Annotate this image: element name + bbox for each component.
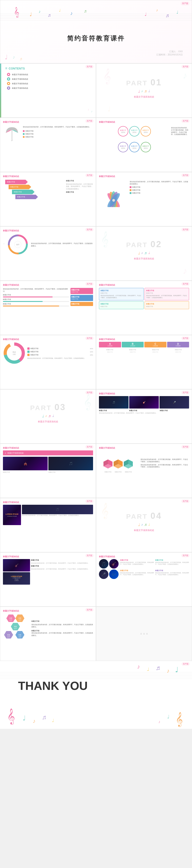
slide-circles: 美严圆 标题文字须加此处 标题文字 须添加 标题文字 须添加 标题文字 [96,118,192,172]
svg-text:数据: 数据 [13,351,16,353]
concerts-photo-1: 🎸 [3,559,30,571]
svg-text:须添加: 须添加 [144,132,148,133]
circle-img-2: 🎸 [109,559,119,568]
logo-22: 美严圆 [85,608,93,612]
logo-16: 美严圆 [85,445,93,448]
svg-text:须添加: 须添加 [132,148,137,149]
banner-photo-1: 🎪 [3,457,48,470]
slide6-title: 标题文字须加此处 [3,175,93,178]
svg-text:文字: 文字 [14,628,17,629]
thanks-bottom-note-4: ♩ [52,718,54,723]
slide-concert-grid: 美严圆 标题文字须加此处 🎵 🎸 🎤 标题文字须 标题文字须 标题文字须 请在此 [96,389,192,444]
logo-18: 美严圆 [85,499,93,503]
svg-text:文字: 文字 [7,636,10,638]
svg-text:分析: 分析 [13,353,16,355]
svg-point-24 [112,199,115,202]
slide15-title: 标题文字须加此处 [99,392,189,395]
svg-point-10 [118,142,128,152]
svg-text:标题文字: 标题文字 [142,129,149,131]
block-d-text: 标题文字须 [167,349,189,351]
slide4-item-1: 标题文字须 [23,130,93,132]
fan-item-2: 标题文字须 [130,189,189,191]
svg-text:文字: 文字 [18,636,21,638]
slide11-title: 标题文字须加此处 [99,284,189,286]
slide-row-4: 美严圆 标题文字须加此处 标题文字须 标题文字须 标题文字须 标题文字须 [0,172,192,226]
thanks-right-note-1: ♩ [167,714,169,720]
thankyou-text: THANK YOU [18,679,88,692]
photo-3: 🎤 [159,396,189,408]
block-a: A LOREM [99,342,121,347]
grid-box-2: 标题文字须 标题文字须 请在此处添加具体内容，文字尽量言简意赅，简单说明即可，不… [145,288,189,300]
slide12-title: 标题文字须加此处 [3,338,93,341]
slide-gridboxes: 美严圆 标题文字须加此处 标题文字须 标题文字须 请在此处添加具体内容，文字尽量… [96,281,192,335]
slide20-title: 标题文字须加此处 [3,555,93,558]
logo-20: 美严圆 [85,554,93,557]
slide4-item-3: 标题文字须 [23,136,93,138]
slide-part01: 美严圆 𝄞 ♪ ♩ PART 01 ♩ ♪ ♬ ♩ 标题文字须添加此处 [96,63,192,118]
block-c: C LOREM [144,342,166,347]
slide4-body: 请在此处添加具体内容，文字尽量言简意赅，简单说明即可，不必过于繁琐，注意版面美观… [23,126,93,128]
umbrella-svg [4,125,20,143]
thanks-treble-clef: 𝄞 [6,708,15,725]
slide-row-7: 美严圆 标题文字须加此处 数据 分析 [0,335,192,389]
slide5-body: 请在此处添加具体内容，文字尽量言简意赅，简单说明即可，不必过于繁琐，注意版面美观… [171,127,189,135]
deco-bottom-note-1: ♩ [5,54,8,61]
slide-piechart: 美严圆 标题文字须加此处 数据 分析 [0,335,96,389]
circ-text-3: 标题文字须 请在此处添加具体内容，文字尽量言简意赅，简单说明即可，不必过于繁琐，… [120,569,154,579]
thanks-note-5: ♪ [137,663,140,670]
slide8-title: 标题文字须加此处 [3,229,93,232]
slide-timeline: 美严圆 标题文字须加此处 请在此处添加具体内容，文字尽量言简意赅，简单说明即可，… [0,281,96,335]
svg-text:标题文字须: 标题文字须 [125,471,132,473]
svg-point-13 [129,142,139,152]
svg-text:须添加: 须添加 [121,148,125,149]
deco-note-1: ♩ [30,11,32,18]
svg-text:标题: 标题 [7,634,10,636]
step-1: 标题文字须 [5,180,28,184]
legend-3: 标题文字须 28% [27,354,93,356]
circular-arrows: 循环 [6,233,29,256]
svg-text:标题文字: 标题文字 [131,129,138,131]
block-b-text: 标题文字须 [122,349,144,351]
logo-15: 美严圆 [181,391,190,394]
svg-text:标题: 标题 [18,634,21,636]
fan-diagram [99,180,128,207]
slide-part03: 美严圆 𝄞 PART 03 ♩ ♪ ♬ ♩ 标题文字须添加此处 [0,389,96,444]
slide-labeled-blocks: 美严圆 标题文字须加此处 A LOREM B LOREM C LOREM D [96,335,192,389]
slide-photos-text: 美严圆 标题文字须加此处 🎸 LOREM IPSUM LOREM IPSUM I… [0,552,96,607]
block-b: B LOREM [122,342,144,347]
slide-part02: 美严圆 𝄞 ♪ PART 02 ♩ ♪ ♬ ♩ 标题文字须添加此处 [96,226,192,281]
date-info: 汇报时间：201X年X月X日 [156,53,183,56]
info-box-1: 标题文字须 标题文字须 [71,288,93,294]
slide-row-10: 美严圆 标题文字须加此处 LOREM IPSUM LOREM IPSUM 🎵 请… [0,498,192,552]
logo-7: 美严圆 [181,174,190,177]
pink-banner: ♪ 标题文字须添加此处 [3,451,93,455]
thanks-note-3: ♬ [156,664,160,672]
slide-circular: 美严圆 标题文字须加此处 " [0,226,96,281]
photo-2: 🎸 [129,396,159,408]
svg-point-34 [9,348,19,358]
lorem-photo-1: LOREM IPSUM LOREM IPSUM [3,505,21,525]
info-box-3: 标题文字须 [71,302,93,306]
slide18-title: 标题文字须加此处 [3,501,93,504]
logo-4: 美严圆 [85,119,93,123]
circle-img-1: 🎵 [99,559,108,568]
step-2: 标题文字须 [9,185,31,189]
photo-label-2: 标题文字须 [129,409,159,412]
svg-text:循环: 循环 [16,244,20,245]
progress-3: 标题文字须 [3,303,69,306]
slide-row-9: 美严圆 标题文字须加此处 ♪ 标题文字须添加此处 🎪 🎵 标题文字须 标题文字须 [0,444,192,498]
grid-box-3: 标题文字须 标题文字须 [99,301,144,309]
circ-text-2: 标题文字须 请在此处添加具体内容，文字尽量言简意赅，简单说明即可，不必过于繁琐，… [155,559,189,568]
deco-bottom-note-2: ♪ [13,55,15,60]
deco-note-8: ♪ [156,8,158,12]
banner-photo-2: 🎵 [48,457,93,470]
thanks-right-note-2: ♪ [158,719,160,724]
circ-text-1: 标题文字须 请在此处添加具体内容，文字尽量言简意赅，简单说明即可，不必过于繁琐，… [120,559,154,568]
svg-text:标题文字: 标题文字 [120,145,126,147]
slide-hexagons: 美严圆 标题文字须加此处 标题 文字 标题 文字 标题 [0,607,96,661]
hex-text: 标题文字须 请在此处添加具体内容，文字尽量言简意赅，简单说明即可，不必过于繁琐，… [31,620,93,637]
slide5-title: 标题文字须加此处 [99,121,189,124]
slide4-item-2: 标题文字须 [23,133,93,135]
deco-note-4: ♩ [59,8,61,12]
svg-point-16 [141,142,151,152]
